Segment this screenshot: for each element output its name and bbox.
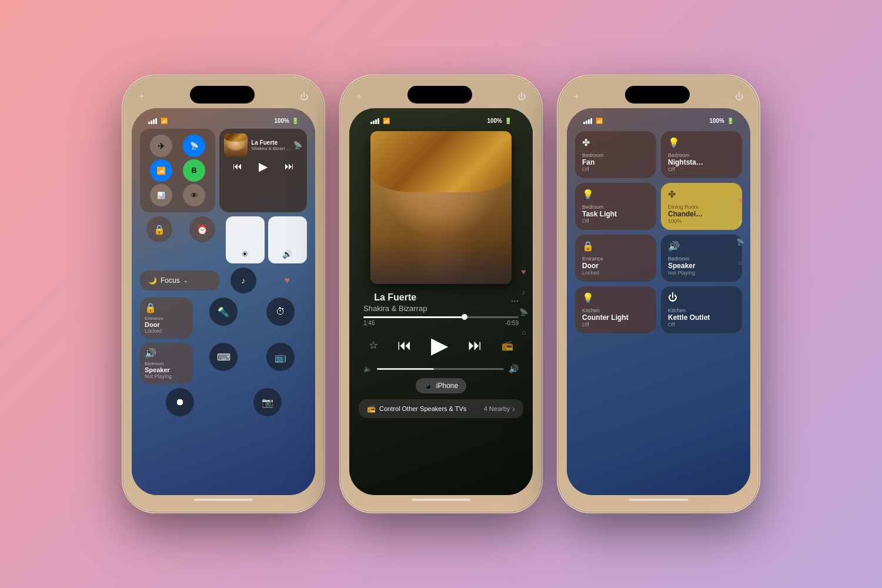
- plus-icon-3[interactable]: +: [574, 91, 579, 102]
- player-play-btn[interactable]: ▶: [431, 332, 448, 358]
- prev-btn[interactable]: ⏮: [233, 161, 242, 172]
- fan-status: Off: [582, 166, 649, 172]
- focus-btn[interactable]: 🌙 Focus ⌄: [140, 270, 219, 290]
- wifi-icon-2: 📶: [383, 118, 390, 124]
- side-radio-icon: 📡: [519, 308, 528, 316]
- home-bar-1[interactable]: [194, 499, 253, 501]
- music-controls: ⏮ ▶ ⏭: [224, 159, 302, 173]
- bedroom-speaker-home-status: Not Playing: [668, 270, 735, 276]
- side-music-icon: ♪: [522, 288, 526, 296]
- bedroom-speaker-home-btn[interactable]: 🔊 Bedroom Speaker Not Playing: [661, 235, 742, 282]
- screen-mirror-btn[interactable]: 📺: [266, 343, 295, 371]
- music-info: La Fuerte Shakira & Bizarr…: [251, 139, 290, 151]
- phone1-top-bar: + ⏻: [132, 85, 315, 108]
- bottom-row: ⏺ 📷: [140, 388, 307, 416]
- player-star-btn[interactable]: ☆: [369, 339, 378, 352]
- home-controls-screen: 📶 100% 🔋 ♥ ♪ 📡 ⌂: [567, 108, 750, 495]
- counter-light-name: Counter Light: [582, 313, 649, 322]
- speaker-name: Speaker: [145, 366, 188, 373]
- bedroom-speaker-home-name: Speaker: [668, 262, 735, 270]
- connectivity-block: ✈ 📡 📶 B 📊: [140, 129, 215, 212]
- music-player-screen: 📶 100% 🔋 ♥ ♪ 📡 ⌂: [349, 108, 533, 495]
- chandelier-status: 100%: [668, 218, 735, 224]
- home-bar-3[interactable]: [629, 499, 688, 501]
- eye-btn[interactable]: 👁: [179, 184, 209, 206]
- device-pill[interactable]: 📱 iPhone: [416, 378, 466, 393]
- home-bar-2[interactable]: [412, 499, 470, 501]
- entrance-subtitle: Entrance: [145, 316, 188, 321]
- power-icon-3[interactable]: ⏻: [735, 92, 743, 101]
- lock-rotation-btn[interactable]: 🔒: [146, 216, 172, 242]
- home-radio-icon: 📡: [736, 238, 744, 246]
- player-next-btn[interactable]: ⏭: [468, 337, 482, 353]
- player-song-title: La Fuerte: [363, 292, 427, 303]
- cellular-btn[interactable]: 📊: [146, 184, 176, 206]
- phone1-screen: 📶 100% 🔋 ✈ 📡: [132, 108, 315, 495]
- chandelier-subtitle: Dining Room: [668, 204, 735, 210]
- home-heart-icon: ♥: [738, 196, 743, 205]
- battery-percentage-2: 100%: [487, 118, 502, 124]
- home-music-icon: ♪: [739, 218, 742, 225]
- iphone-2: + ⏻ 📶 100% 🔋: [341, 76, 541, 512]
- chandelier-info: Dining Room Chandel… 100%: [668, 204, 735, 224]
- record-btn[interactable]: ⏺: [166, 388, 194, 416]
- camera-btn[interactable]: 📷: [253, 388, 282, 416]
- task-light-info: Bedroom Task Light Off: [582, 204, 649, 224]
- progress-bar[interactable]: 1:46 -0:59: [363, 316, 519, 326]
- bedroom-task-light-btn[interactable]: 💡 Bedroom Task Light Off: [575, 183, 656, 230]
- bluetooth-btn[interactable]: B: [179, 159, 209, 182]
- nightstand-name: Nightsta…: [668, 158, 735, 166]
- home-grid-wrap: ♥ ♪ 📡 ⌂ ✤ Bedroom Fan Off: [572, 126, 746, 336]
- plus-icon[interactable]: +: [139, 91, 144, 102]
- nightstand-status: Off: [668, 166, 735, 172]
- kettle-name: Kettle Outlet: [668, 313, 735, 322]
- entrance-door-home-btn[interactable]: 🔒 Entrance Door Locked: [575, 235, 656, 282]
- calculator-btn[interactable]: ⌨: [209, 343, 238, 371]
- bedroom-fan-btn[interactable]: ✤ Bedroom Fan Off: [575, 131, 656, 178]
- task-light-icon: 💡: [582, 189, 649, 200]
- bedroom-speaker-icon: 🔊: [668, 240, 735, 252]
- wifi-btn[interactable]: 📶: [146, 159, 176, 182]
- remaining-time: -0:59: [505, 320, 519, 326]
- speakers-bar[interactable]: 📻 Control Other Speakers & TVs 4 Nearby …: [359, 399, 523, 418]
- kitchen-counter-light-btn[interactable]: 💡 Kitchen Counter Light Off: [575, 286, 656, 333]
- bedroom-nightstand-btn[interactable]: 💡 Bedroom Nightsta… Off: [661, 131, 742, 178]
- battery-icon-2: 🔋: [505, 118, 512, 124]
- airplane-mode-btn[interactable]: ✈: [146, 135, 176, 157]
- task-light-status: Off: [582, 218, 649, 224]
- flashlight-btn[interactable]: 🔦: [209, 298, 238, 326]
- entrance-door-btn[interactable]: 🔒 Entrance Door Locked: [140, 298, 193, 339]
- counter-light-subtitle: Kitchen: [582, 308, 649, 313]
- plus-icon-2[interactable]: +: [356, 91, 362, 102]
- volume-slider[interactable]: 🔊: [268, 216, 307, 263]
- dynamic-island-2: [407, 86, 472, 103]
- power-icon[interactable]: ⏻: [300, 92, 308, 101]
- home-house-icon: ⌂: [739, 259, 743, 266]
- counter-light-info: Kitchen Counter Light Off: [582, 308, 649, 328]
- vol-low-icon: 🔈: [363, 365, 372, 373]
- brightness-slider[interactable]: ☀: [226, 216, 265, 263]
- player-prev-btn[interactable]: ⏮: [397, 337, 412, 353]
- volume-track[interactable]: [377, 368, 504, 370]
- kettle-outlet-btn[interactable]: ⏻ Kitchen Kettle Outlet Off: [661, 286, 742, 333]
- alarm-btn[interactable]: ⏰: [189, 216, 215, 242]
- status-bar-3: 📶 100% 🔋: [572, 113, 746, 126]
- entrance-lock-icon: 🔒: [582, 240, 649, 252]
- signal-icon-3: [583, 118, 592, 124]
- speakers-arrow: ›: [512, 404, 515, 413]
- bedroom-speaker-btn[interactable]: 🔊 Bedroom Speaker Not Playing: [140, 343, 193, 384]
- more-options-icon[interactable]: ···: [511, 296, 519, 306]
- play-btn[interactable]: ▶: [259, 159, 268, 173]
- signal-icon-2: [370, 118, 379, 124]
- dining-chandelier-btn[interactable]: ✤ Dining Room Chandel… 100%: [661, 183, 742, 230]
- timer-btn[interactable]: ⏱: [266, 298, 295, 326]
- airplay-music-icon[interactable]: 📻: [502, 340, 513, 351]
- focus-row: 🌙 Focus ⌄ ♪ ♥: [140, 268, 307, 293]
- nightstand-icon: 💡: [668, 137, 735, 148]
- bedroom-speaker-info: Bedroom Speaker Not Playing: [668, 256, 735, 276]
- power-icon-2[interactable]: ⏻: [517, 92, 526, 101]
- airplay-icon[interactable]: 📡: [293, 141, 302, 149]
- airdrop-btn[interactable]: 📡: [179, 135, 209, 157]
- next-btn[interactable]: ⏭: [285, 161, 294, 172]
- kettle-status: Off: [668, 322, 735, 328]
